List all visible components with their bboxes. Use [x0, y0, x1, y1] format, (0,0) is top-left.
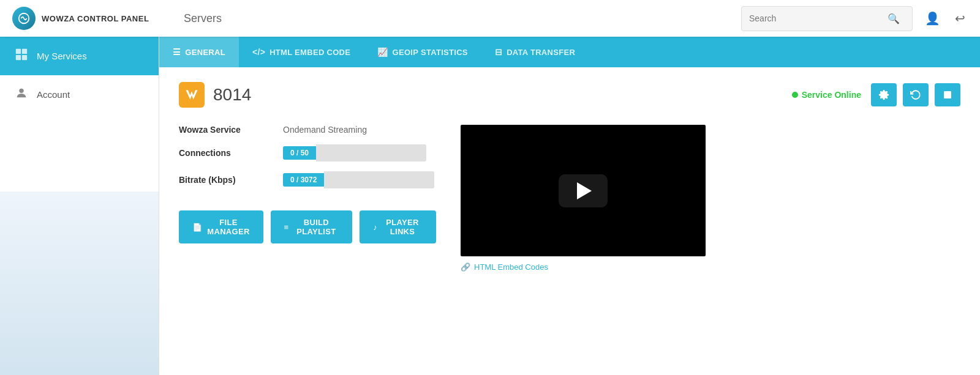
- general-tab-label: GENERAL: [185, 48, 225, 57]
- bitrate-label: Bitrate (Kbps): [179, 175, 271, 185]
- bitrate-progress: 0 / 3072: [283, 171, 434, 188]
- embed-link-label: HTML Embed Codes: [474, 262, 548, 272]
- sidebar-item-my-services[interactable]: My Services: [0, 37, 159, 75]
- svg-rect-1: [16, 49, 21, 54]
- player-links-label: PLAYER LINKS: [382, 218, 423, 236]
- search-box: 🔍: [741, 6, 913, 31]
- service-info: Wowza Service Ondemand Streaming Connect…: [179, 125, 436, 272]
- svg-rect-4: [22, 55, 27, 60]
- service-status-badge: Service Online: [792, 90, 861, 100]
- logo-area: WOWZA CONTROL PANEL: [12, 7, 172, 30]
- wowza-logo: [179, 82, 205, 108]
- connections-progress: 0 / 50: [283, 144, 426, 162]
- connections-bar-bg: [316, 144, 426, 162]
- account-icon: [15, 86, 28, 103]
- link-icon: 🔗: [461, 262, 470, 272]
- sidebar: My Services Account: [0, 37, 159, 375]
- refresh-control-button[interactable]: [903, 83, 929, 106]
- data-tab-icon: ⊟: [495, 47, 502, 57]
- build-playlist-label: BUILD PLAYLIST: [293, 218, 339, 236]
- service-header: 8014 Service Online: [179, 82, 960, 108]
- search-button[interactable]: 🔍: [883, 10, 905, 27]
- wowza-service-label: Wowza Service: [179, 125, 271, 135]
- search-input[interactable]: [749, 13, 883, 23]
- service-title-area: 8014: [179, 82, 251, 108]
- content-area: ☰ GENERAL </> HTML EMBED CODE 📈 GEOIP ST…: [159, 37, 980, 375]
- main-layout: My Services Account ☰ GENERAL </> HTML E…: [0, 37, 980, 375]
- video-box[interactable]: [461, 125, 706, 256]
- account-label: Account: [37, 89, 70, 100]
- service-body: Wowza Service Ondemand Streaming Connect…: [179, 125, 960, 272]
- settings-control-button[interactable]: [871, 83, 897, 106]
- page-title: Servers: [172, 12, 576, 25]
- logout-icon-button[interactable]: ↩: [952, 9, 968, 28]
- svg-rect-3: [16, 55, 21, 60]
- embed-tab-label: HTML EMBED CODE: [270, 48, 350, 57]
- tabs-bar: ☰ GENERAL </> HTML EMBED CODE 📈 GEOIP ST…: [159, 37, 980, 67]
- bitrate-bar-bg: [324, 171, 434, 188]
- sidebar-item-account[interactable]: Account: [0, 75, 159, 114]
- wowza-service-row: Wowza Service Ondemand Streaming: [179, 125, 436, 135]
- page-content: 8014 Service Online: [159, 67, 980, 375]
- header: WOWZA CONTROL PANEL Servers 🔍 👤 ↩: [0, 0, 980, 37]
- my-services-icon: [15, 48, 28, 64]
- my-services-label: My Services: [37, 51, 87, 61]
- play-button[interactable]: [559, 174, 608, 207]
- header-right: 🔍 👤 ↩: [576, 6, 968, 31]
- file-manager-icon: 📄: [192, 223, 202, 232]
- svg-point-5: [19, 89, 23, 93]
- file-manager-button[interactable]: 📄 FILE MANAGER: [179, 210, 263, 243]
- tab-html-embed[interactable]: </> HTML EMBED CODE: [239, 37, 364, 67]
- player-links-button[interactable]: ♪ PLAYER LINKS: [360, 210, 436, 243]
- connections-badge: 0 / 50: [283, 146, 316, 160]
- sidebar-background: [0, 191, 159, 375]
- svg-rect-7: [944, 91, 951, 98]
- geoip-tab-icon: 📈: [377, 47, 388, 57]
- tab-geoip[interactable]: 📈 GEOIP STATISTICS: [364, 37, 481, 67]
- data-tab-label: DATA TRANSFER: [507, 48, 575, 57]
- connections-row: Connections 0 / 50: [179, 144, 436, 162]
- app-title: WOWZA CONTROL PANEL: [42, 14, 149, 23]
- online-indicator: [792, 92, 798, 98]
- service-controls: Service Online: [792, 83, 960, 106]
- embed-tab-icon: </>: [252, 47, 265, 57]
- service-status-label: Service Online: [802, 90, 861, 100]
- geoip-tab-label: GEOIP STATISTICS: [393, 48, 468, 57]
- bitrate-row: Bitrate (Kbps) 0 / 3072: [179, 171, 436, 188]
- connections-label: Connections: [179, 148, 271, 158]
- tab-data-transfer[interactable]: ⊟ DATA TRANSFER: [481, 37, 589, 67]
- user-icon-button[interactable]: 👤: [922, 9, 943, 28]
- wowza-service-value: Ondemand Streaming: [283, 125, 367, 135]
- action-buttons: 📄 FILE MANAGER ≡ BUILD PLAYLIST ♪ PLAYER…: [179, 210, 436, 243]
- video-player: 🔗 HTML Embed Codes: [461, 125, 960, 272]
- svg-marker-6: [186, 90, 197, 100]
- build-playlist-button[interactable]: ≡ BUILD PLAYLIST: [271, 210, 353, 243]
- service-number: 8014: [213, 85, 251, 105]
- stop-control-button[interactable]: [935, 83, 960, 106]
- play-triangle-icon: [577, 182, 592, 199]
- bitrate-badge: 0 / 3072: [283, 173, 324, 187]
- general-tab-icon: ☰: [173, 47, 181, 57]
- player-links-icon: ♪: [373, 223, 377, 232]
- logo-icon: [12, 7, 36, 30]
- file-manager-label: FILE MANAGER: [207, 218, 249, 236]
- html-embed-codes-link[interactable]: 🔗 HTML Embed Codes: [461, 262, 960, 272]
- svg-rect-2: [22, 49, 27, 54]
- tab-general[interactable]: ☰ GENERAL: [159, 37, 239, 67]
- build-playlist-icon: ≡: [284, 223, 289, 232]
